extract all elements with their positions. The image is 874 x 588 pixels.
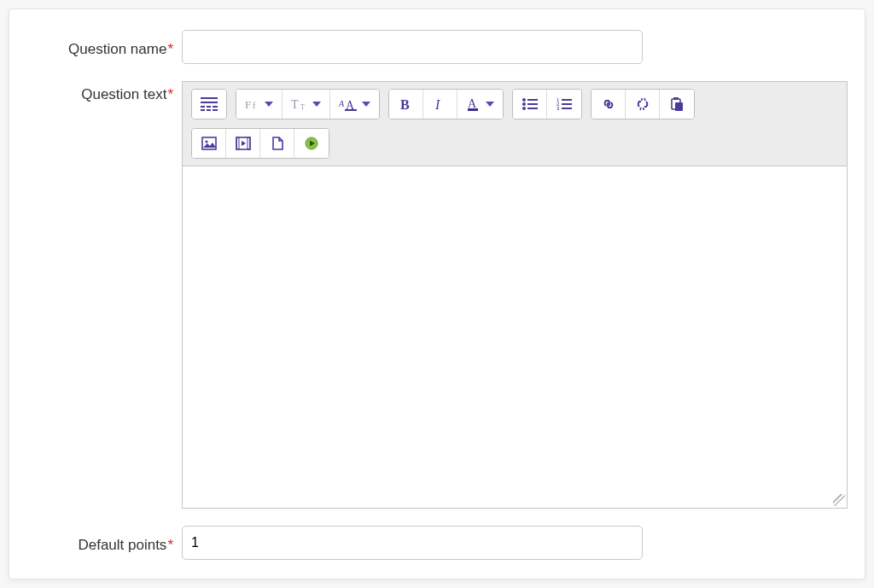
chevron-down-icon: [486, 102, 494, 107]
paste-button[interactable]: [660, 90, 694, 119]
toolbar-group-links: [591, 89, 695, 119]
paste-icon: [670, 97, 684, 111]
svg-rect-14: [345, 109, 357, 111]
default-points-input[interactable]: [182, 526, 643, 560]
svg-rect-37: [675, 102, 683, 111]
svg-rect-28: [562, 103, 572, 105]
svg-point-19: [522, 98, 526, 102]
svg-text:A: A: [339, 99, 345, 108]
label-text: Question text: [81, 86, 166, 102]
numbered-list-button[interactable]: 1 2 3: [547, 90, 581, 119]
svg-text:T: T: [300, 103, 305, 111]
svg-rect-2: [201, 106, 205, 108]
unlink-button[interactable]: [626, 90, 660, 119]
svg-rect-1: [201, 102, 218, 103]
media-icon: [236, 137, 251, 150]
svg-text:A: A: [468, 97, 477, 110]
link-button[interactable]: [591, 90, 626, 119]
record-button[interactable]: [294, 129, 329, 158]
svg-text:3: 3: [556, 106, 560, 111]
svg-point-21: [522, 102, 526, 106]
svg-rect-36: [673, 97, 679, 100]
svg-text:I: I: [435, 97, 440, 111]
svg-rect-4: [213, 106, 218, 108]
resize-handle[interactable]: [833, 494, 845, 506]
font-size-button[interactable]: T T: [283, 90, 330, 119]
formatting-icon: A A: [339, 97, 358, 111]
svg-text:f: f: [253, 101, 256, 110]
row-question-text: Question text*: [28, 81, 846, 509]
bulleted-list-icon: [522, 97, 538, 111]
bulleted-list-button[interactable]: [513, 90, 547, 119]
row-question-name: Question name*: [28, 30, 846, 64]
svg-rect-30: [562, 108, 572, 109]
font-family-icon: F f: [245, 97, 260, 111]
label-question-name: Question name*: [28, 36, 182, 58]
svg-line-32: [644, 98, 645, 101]
show-more-icon: [201, 97, 218, 111]
svg-point-23: [522, 107, 526, 110]
bold-icon: B: [400, 97, 412, 111]
svg-rect-18: [468, 108, 478, 111]
file-icon: [271, 137, 284, 150]
show-more-button[interactable]: [192, 90, 226, 119]
label-text: Question name: [68, 41, 166, 57]
svg-text:B: B: [400, 97, 410, 111]
svg-point-39: [205, 140, 207, 143]
toolbar-group-media: [191, 128, 329, 159]
font-color-button[interactable]: A: [457, 90, 503, 119]
label-text: Default points: [78, 537, 166, 553]
editor-body: [183, 166, 847, 508]
toolbar-group-font: F f T T: [236, 89, 380, 119]
unlink-icon: [635, 97, 650, 111]
svg-rect-41: [236, 137, 239, 149]
image-icon: [201, 137, 217, 150]
row-default-points: Default points*: [28, 526, 846, 560]
record-icon: [305, 137, 318, 150]
svg-rect-26: [562, 99, 572, 101]
toolbar-group-lists: 1 2 3: [512, 89, 582, 119]
font-size-icon: T T: [291, 97, 308, 111]
svg-rect-7: [213, 109, 218, 111]
toolbar-group-text-style: B I: [388, 89, 504, 119]
svg-rect-24: [527, 108, 538, 109]
question-name-input[interactable]: [182, 30, 643, 64]
svg-rect-6: [207, 109, 211, 111]
numbered-list-icon: 1 2 3: [556, 97, 572, 111]
svg-text:A: A: [346, 99, 355, 111]
required-marker: *: [167, 537, 173, 553]
chevron-down-icon: [312, 102, 321, 107]
label-default-points: Default points*: [28, 532, 182, 554]
question-form-card: Question name* Question text*: [9, 9, 865, 579]
label-question-text: Question text*: [28, 81, 182, 103]
svg-line-34: [640, 108, 641, 110]
toolbar-group-toggle: [191, 89, 227, 119]
required-marker: *: [167, 86, 173, 102]
formatting-button[interactable]: A A: [330, 90, 379, 119]
svg-text:F: F: [245, 98, 251, 111]
chevron-down-icon: [362, 102, 370, 107]
question-text-textarea[interactable]: [183, 166, 847, 508]
svg-rect-20: [527, 99, 538, 101]
chevron-down-icon: [265, 102, 273, 107]
rich-text-editor: F f T T: [182, 81, 848, 509]
bold-button[interactable]: B: [389, 90, 423, 119]
svg-text:T: T: [291, 98, 299, 111]
link-icon: [601, 97, 616, 111]
svg-rect-0: [201, 97, 218, 99]
required-marker: *: [167, 41, 173, 57]
svg-rect-42: [248, 137, 250, 149]
italic-button[interactable]: I: [423, 90, 457, 119]
font-color-icon: A: [466, 97, 481, 111]
file-button[interactable]: [260, 129, 294, 158]
editor-toolbar: F f T T: [183, 82, 847, 166]
svg-rect-5: [201, 109, 205, 111]
media-button[interactable]: [226, 129, 260, 158]
svg-rect-22: [527, 103, 538, 105]
italic-icon: I: [435, 97, 446, 111]
font-family-button[interactable]: F f: [236, 90, 283, 119]
svg-rect-3: [207, 106, 211, 108]
image-button[interactable]: [192, 129, 226, 158]
